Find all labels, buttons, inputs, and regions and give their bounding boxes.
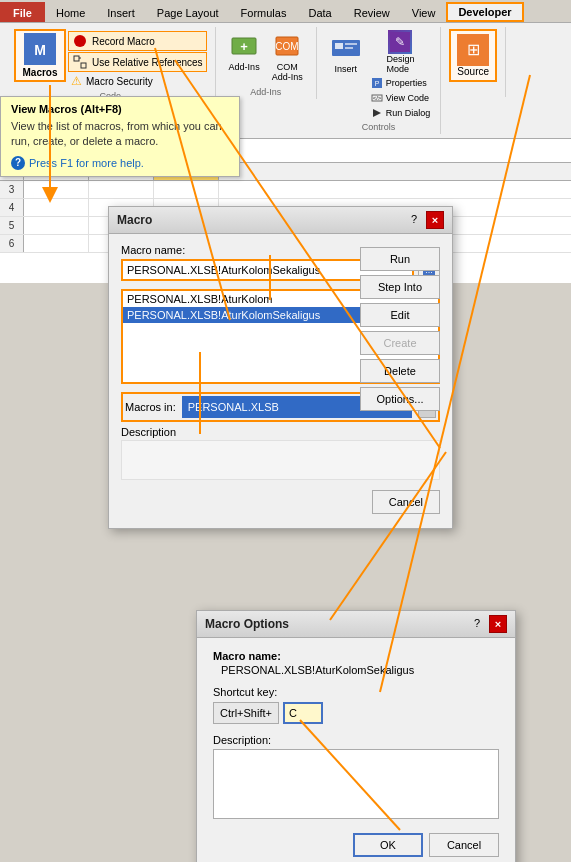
macro-dialog: Macro ? × Macro name: ... PERSONAL.XLSB!… — [108, 206, 453, 529]
design-mode-button[interactable]: ✎ DesignMode — [369, 29, 433, 75]
tab-home[interactable]: Home — [45, 2, 96, 22]
macro-options-close-button[interactable]: × — [489, 615, 507, 633]
security-icon: ⚠ — [71, 74, 82, 88]
add-ins-button[interactable]: + Add-Ins — [224, 29, 265, 75]
cell-d4[interactable] — [24, 199, 89, 216]
svg-rect-3 — [74, 56, 79, 61]
controls-small-btns: P Properties </> View Code Run Dialog — [369, 76, 433, 120]
svg-text:+: + — [240, 39, 248, 54]
macro-options-footer: OK Cancel — [213, 833, 499, 861]
tooltip-description: View the list of macros, from which you … — [11, 119, 229, 150]
com-add-ins-button[interactable]: COM COMAdd-Ins — [267, 29, 308, 85]
source-icon: ⊞ — [457, 34, 489, 66]
macros-in-label: Macros in: — [125, 401, 176, 413]
macro-options-help-button[interactable]: ? — [469, 615, 485, 631]
svg-text:P: P — [374, 80, 379, 87]
help-icon: ? — [11, 156, 25, 170]
macro-cancel-button[interactable]: Cancel — [372, 490, 440, 514]
opt-ok-button[interactable]: OK — [353, 833, 423, 857]
tab-insert[interactable]: Insert — [96, 2, 146, 22]
tab-view[interactable]: View — [401, 2, 447, 22]
svg-point-2 — [74, 35, 86, 47]
macro-options-content: Macro name: PERSONAL.XLSB!AturKolomSekal… — [197, 638, 515, 862]
macro-options-dialog: Macro Options ? × Macro name: PERSONAL.X… — [196, 610, 516, 862]
record-macro-button[interactable]: Record Macro — [68, 31, 207, 51]
tab-data[interactable]: Data — [297, 2, 342, 22]
controls-items: Insert ✎ DesignMode P — [325, 29, 433, 120]
macro-options-titlebar: Macro Options ? × — [197, 611, 515, 638]
tab-developer[interactable]: Developer — [446, 2, 523, 22]
macro-dialog-controls: ? × — [406, 211, 444, 229]
opt-desc-label: Description: — [213, 734, 499, 746]
macro-dialog-footer: Cancel — [121, 490, 440, 518]
properties-icon: P — [371, 77, 383, 89]
macro-dialog-help-button[interactable]: ? — [406, 211, 422, 227]
macros-button[interactable]: M Macros — [14, 29, 66, 82]
cell-f3[interactable] — [154, 181, 219, 198]
view-code-icon: </> — [371, 92, 383, 104]
step-into-button[interactable]: Step Into — [360, 275, 440, 299]
description-area — [121, 440, 440, 480]
run-button[interactable]: Run — [360, 247, 440, 271]
svg-rect-12 — [345, 43, 357, 45]
macro-security-button[interactable]: ⚠ Macro Security — [68, 73, 207, 89]
ribbon-group-xml: ⊞ Source — [441, 27, 506, 97]
opt-shortcut-input[interactable] — [283, 702, 323, 724]
svg-rect-13 — [345, 47, 353, 49]
opt-macro-name-label: Macro name: — [213, 650, 499, 662]
addins-group-label: Add-Ins — [250, 85, 281, 97]
design-icon: ✎ — [388, 30, 412, 54]
opt-macro-name-value: PERSONAL.XLSB!AturKolomSekaligus — [213, 664, 499, 676]
tooltip-title: View Macros (Alt+F8) — [11, 103, 229, 115]
tab-file[interactable]: File — [0, 2, 45, 22]
design-controls: ✎ DesignMode P Properties </> View Code — [369, 29, 433, 120]
view-code-button[interactable]: </> View Code — [369, 91, 433, 105]
insert-button[interactable]: Insert — [325, 29, 367, 77]
svg-text:COM: COM — [275, 41, 298, 52]
tab-formulas[interactable]: Formulas — [230, 2, 298, 22]
svg-text:M: M — [34, 42, 46, 58]
opt-shortcut-label: Shortcut key: — [213, 686, 499, 698]
spreadsheet-row-3: 3 — [0, 181, 571, 199]
cell-d3[interactable] — [24, 181, 89, 198]
edit-button[interactable]: Edit — [360, 303, 440, 327]
ribbon-group-addins: + Add-Ins COM COMAdd-Ins Add-Ins — [216, 27, 317, 99]
opt-shortcut-prefix: Ctrl+Shift+ — [213, 702, 279, 724]
tab-review[interactable]: Review — [343, 2, 401, 22]
svg-marker-20 — [373, 109, 381, 117]
opt-desc-area[interactable] — [213, 749, 499, 819]
tab-page-layout[interactable]: Page Layout — [146, 2, 230, 22]
svg-text:✎: ✎ — [395, 35, 405, 49]
controls-group-label: Controls — [362, 120, 396, 132]
macros-label: Macros — [22, 67, 57, 78]
options-button[interactable]: Options... — [360, 387, 440, 411]
com-addins-label: COMAdd-Ins — [272, 62, 303, 82]
design-mode-label: DesignMode — [386, 54, 414, 74]
addins-icon: + — [230, 32, 258, 60]
svg-text:⊞: ⊞ — [467, 41, 480, 58]
row-header-5: 5 — [0, 217, 24, 234]
row-header-3: 3 — [0, 181, 24, 198]
run-dialog-icon — [371, 107, 383, 119]
ribbon-group-code: M Macros Record Macro — [6, 27, 216, 103]
source-button[interactable]: ⊞ Source — [449, 29, 497, 82]
insert-icon — [330, 32, 362, 64]
cell-e3[interactable] — [89, 181, 154, 198]
macro-options-controls: ? × — [469, 615, 507, 633]
delete-button[interactable]: Delete — [360, 359, 440, 383]
ribbon-tabs: File Home Insert Page Layout Formulas Da… — [0, 0, 571, 22]
macro-dialog-close-button[interactable]: × — [426, 211, 444, 229]
code-group-items: M Macros Record Macro — [14, 29, 207, 89]
run-dialog-button[interactable]: Run Dialog — [369, 106, 433, 120]
use-relative-button[interactable]: Use Relative References — [68, 52, 207, 72]
create-button[interactable]: Create — [360, 331, 440, 355]
macros-tooltip: View Macros (Alt+F8) View the list of ma… — [0, 96, 240, 177]
properties-button[interactable]: P Properties — [369, 76, 433, 90]
com-addins-icon: COM — [273, 32, 301, 60]
opt-cancel-button[interactable]: Cancel — [429, 833, 499, 857]
relative-icon — [72, 54, 88, 70]
svg-rect-4 — [81, 63, 86, 68]
cell-d5[interactable] — [24, 217, 89, 234]
row-header-6: 6 — [0, 235, 24, 252]
cell-d6[interactable] — [24, 235, 89, 252]
